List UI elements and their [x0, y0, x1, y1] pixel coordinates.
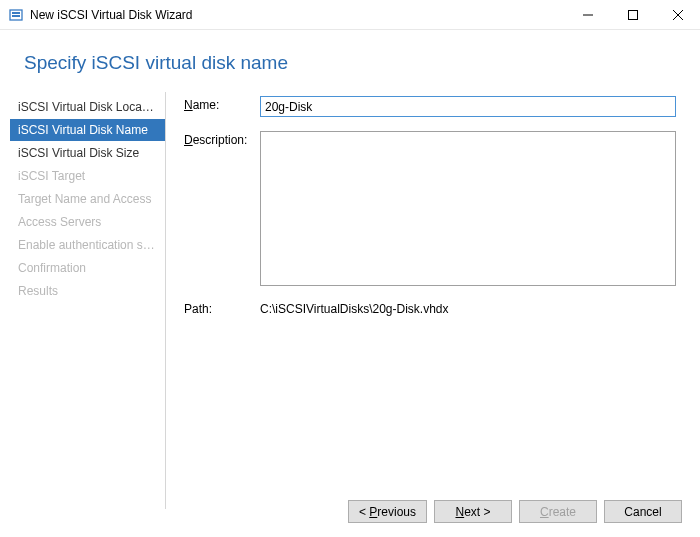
- step-location[interactable]: iSCSI Virtual Disk Location: [10, 96, 165, 118]
- maximize-button[interactable]: [610, 0, 655, 29]
- next-button[interactable]: Next >: [434, 500, 512, 523]
- path-label: Path:: [184, 300, 260, 316]
- cancel-button[interactable]: Cancel: [604, 500, 682, 523]
- wizard-body: iSCSI Virtual Disk Location iSCSI Virtua…: [0, 92, 700, 509]
- page-heading: Specify iSCSI virtual disk name: [0, 30, 700, 92]
- titlebar: New iSCSI Virtual Disk Wizard: [0, 0, 700, 30]
- create-button[interactable]: Create: [519, 500, 597, 523]
- window-controls: [565, 0, 700, 29]
- minimize-button[interactable]: [565, 0, 610, 29]
- wizard-buttons: < Previous Next > Create Cancel: [348, 500, 682, 523]
- svg-rect-2: [12, 15, 20, 17]
- close-button[interactable]: [655, 0, 700, 29]
- name-row: Name:: [184, 96, 676, 117]
- path-value: C:\iSCSIVirtualDisks\20g-Disk.vhdx: [260, 300, 676, 316]
- wizard-steps-sidebar: iSCSI Virtual Disk Location iSCSI Virtua…: [0, 92, 166, 509]
- step-access-servers: Access Servers: [10, 211, 165, 233]
- step-name[interactable]: iSCSI Virtual Disk Name: [10, 119, 165, 141]
- step-target-name: Target Name and Access: [10, 188, 165, 210]
- name-input[interactable]: [260, 96, 676, 117]
- description-label: Description:: [184, 131, 260, 147]
- step-size[interactable]: iSCSI Virtual Disk Size: [10, 142, 165, 164]
- description-input[interactable]: [260, 131, 676, 286]
- step-target: iSCSI Target: [10, 165, 165, 187]
- app-icon: [8, 7, 24, 23]
- svg-rect-4: [628, 10, 637, 19]
- step-results: Results: [10, 280, 165, 302]
- step-confirmation: Confirmation: [10, 257, 165, 279]
- step-authentication: Enable authentication ser...: [10, 234, 165, 256]
- form-panel: Name: Description: Path: C:\iSCSIVirtual…: [166, 92, 700, 509]
- name-label: Name:: [184, 96, 260, 112]
- window-title: New iSCSI Virtual Disk Wizard: [30, 8, 565, 22]
- svg-rect-1: [12, 12, 20, 14]
- description-row: Description:: [184, 131, 676, 286]
- previous-button[interactable]: < Previous: [348, 500, 427, 523]
- path-row: Path: C:\iSCSIVirtualDisks\20g-Disk.vhdx: [184, 300, 676, 316]
